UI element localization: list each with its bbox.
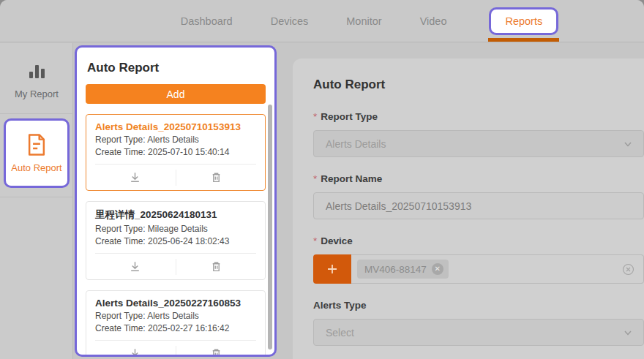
sidebar-divider [0, 197, 73, 197]
required-asterisk: * [313, 111, 317, 122]
download-report-button[interactable] [95, 346, 176, 358]
report-card-time: Create Time: 2025-02-27 16:16:42 [95, 323, 256, 333]
tab-devices[interactable]: Devices [271, 15, 309, 27]
plus-icon [326, 262, 339, 276]
bar-chart-icon [29, 64, 45, 78]
panel-scrollbar-thumb[interactable] [268, 105, 272, 349]
nav-tabs: Dashboard Devices Monitor Video Reports [181, 7, 558, 35]
app-window: Dashboard Devices Monitor Video Reports … [0, 0, 644, 359]
form-title: Auto Report [313, 78, 635, 92]
tab-video[interactable]: Video [420, 15, 447, 27]
tab-reports-highlight: Reports [489, 7, 558, 35]
report-type-value: Alerts Details [326, 138, 623, 150]
delete-report-button[interactable] [176, 346, 257, 358]
trash-icon [210, 347, 222, 357]
sidebar-item-auto-report[interactable]: Auto Report [4, 118, 70, 188]
alerts-type-placeholder: Select [326, 327, 623, 339]
tab-monitor[interactable]: Monitor [346, 15, 381, 27]
report-card-title: 里程详情_20250624180131 [95, 208, 256, 222]
sidebar-item-label: My Report [0, 88, 73, 99]
chevron-down-icon [623, 328, 633, 338]
required-asterisk: * [313, 235, 317, 246]
auto-report-list-panel: Auto Report Add Alerts Details_202507101… [75, 45, 277, 357]
report-name-value: Alerts Details_20250710153913 [326, 200, 471, 212]
download-icon [129, 171, 141, 184]
sidebar-item-label: Auto Report [11, 162, 61, 173]
report-card[interactable]: Alerts Details_20250227160853 Report Typ… [86, 290, 266, 357]
auto-report-form: Auto Report *Report Type Alerts Details … [293, 58, 644, 359]
field-report-name: *Report Name Alerts Details_202507101539… [313, 173, 635, 219]
report-card[interactable]: 里程详情_20250624180131 Report Type: Mileage… [86, 201, 266, 280]
delete-report-button[interactable] [176, 170, 257, 186]
sidebar-item-my-report[interactable]: My Report [0, 64, 73, 99]
chevron-down-icon [623, 139, 633, 149]
alerts-type-select[interactable]: Select [313, 319, 644, 346]
top-navbar: Dashboard Devices Monitor Video Reports [0, 0, 644, 42]
report-card-title: Alerts Details_20250227160853 [95, 298, 256, 309]
report-type-label: Report Type [321, 111, 378, 122]
report-sidebar: My Report Auto Report [0, 43, 73, 359]
report-card-actions [95, 164, 256, 190]
report-card-title: Alerts Details_20250710153913 [95, 121, 256, 132]
report-card-actions [95, 340, 256, 357]
report-name-label: Report Name [321, 173, 382, 184]
report-card-time: Create Time: 2025-06-24 18:02:43 [95, 236, 256, 246]
device-field[interactable]: MV406-88147 ✕ [351, 254, 644, 284]
download-icon [129, 347, 141, 357]
trash-icon [210, 171, 222, 184]
report-card-type: Report Type: Alerts Details [95, 311, 256, 321]
report-card[interactable]: Alerts Details_20250710153913 Report Typ… [86, 114, 266, 191]
required-asterisk: * [313, 173, 317, 184]
report-name-input[interactable]: Alerts Details_20250710153913 [313, 192, 644, 219]
delete-report-button[interactable] [176, 259, 257, 275]
download-report-button[interactable] [95, 170, 176, 186]
device-selector: MV406-88147 ✕ [313, 254, 644, 284]
add-report-button[interactable]: Add [86, 84, 266, 104]
report-type-select[interactable]: Alerts Details [313, 130, 644, 157]
sidebar-divider [0, 113, 73, 114]
trash-icon [210, 260, 222, 273]
tab-dashboard[interactable]: Dashboard [181, 15, 233, 27]
device-tag: MV406-88147 ✕ [357, 260, 449, 279]
clear-devices-icon[interactable] [622, 263, 634, 276]
field-device: *Device MV406-88147 ✕ [313, 235, 635, 284]
add-device-button[interactable] [313, 254, 351, 284]
report-card-time: Create Time: 2025-07-10 15:40:14 [95, 147, 256, 157]
report-card-type: Report Type: Alerts Details [95, 135, 256, 145]
tab-reports[interactable]: Reports [489, 7, 558, 35]
panel-title: Auto Report [87, 61, 266, 75]
report-card-type: Report Type: Mileage Details [95, 224, 256, 234]
device-label: Device [321, 235, 353, 246]
field-report-type: *Report Type Alerts Details [313, 111, 635, 157]
report-card-actions [95, 253, 256, 279]
download-icon [129, 260, 141, 273]
remove-device-icon[interactable]: ✕ [432, 263, 443, 275]
active-tab-underline [488, 38, 559, 42]
alerts-type-label: Alerts Type [313, 300, 367, 311]
download-report-button[interactable] [95, 259, 176, 275]
device-tag-label: MV406-88147 [364, 264, 427, 275]
field-alerts-type: Alerts Type Select [313, 300, 635, 346]
document-icon [26, 133, 48, 156]
